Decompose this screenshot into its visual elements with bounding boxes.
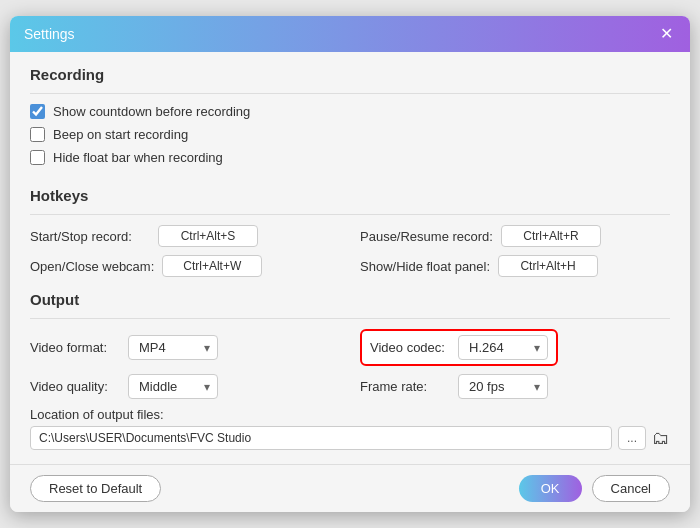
open-close-webcam-row: Open/Close webcam: bbox=[30, 255, 340, 277]
gap2 bbox=[30, 277, 670, 291]
start-stop-input[interactable] bbox=[158, 225, 258, 247]
output-grid: Video format: MP4 MOV AVI WMV MKV Video … bbox=[30, 329, 670, 399]
frame-rate-row: Frame rate: 10 fps 15 fps 20 fps 24 fps … bbox=[360, 374, 670, 399]
dialog-footer: Reset to Default OK Cancel bbox=[10, 464, 690, 512]
show-countdown-label: Show countdown before recording bbox=[53, 104, 250, 119]
hotkeys-grid: Start/Stop record: Pause/Resume record: … bbox=[30, 225, 670, 277]
video-format-label: Video format: bbox=[30, 340, 120, 355]
show-hide-float-row: Show/Hide float panel: bbox=[360, 255, 670, 277]
video-codec-label: Video codec: bbox=[370, 340, 450, 355]
video-quality-select[interactable]: Low Middle High bbox=[128, 374, 218, 399]
video-format-row: Video format: MP4 MOV AVI WMV MKV bbox=[30, 329, 340, 366]
frame-rate-select[interactable]: 10 fps 15 fps 20 fps 24 fps 30 fps 60 fp… bbox=[458, 374, 548, 399]
close-button[interactable]: ✕ bbox=[656, 24, 676, 44]
beep-on-start-label: Beep on start recording bbox=[53, 127, 188, 142]
location-row: Location of output files: ... 🗂 bbox=[30, 407, 670, 450]
browse-dots-button[interactable]: ... bbox=[618, 426, 646, 450]
video-format-select-wrapper: MP4 MOV AVI WMV MKV bbox=[128, 335, 218, 360]
hotkeys-divider bbox=[30, 214, 670, 215]
dialog-title: Settings bbox=[24, 26, 75, 42]
video-codec-highlight: Video codec: H.264 H.265 MPEG-4 bbox=[360, 329, 558, 366]
location-label: Location of output files: bbox=[30, 407, 670, 422]
pause-resume-row: Pause/Resume record: bbox=[360, 225, 670, 247]
show-hide-float-input[interactable] bbox=[498, 255, 598, 277]
folder-icon: 🗂 bbox=[652, 428, 670, 448]
footer-right-buttons: OK Cancel bbox=[519, 475, 670, 502]
video-codec-select-wrapper: H.264 H.265 MPEG-4 bbox=[458, 335, 548, 360]
open-close-webcam-input[interactable] bbox=[162, 255, 262, 277]
pause-resume-input[interactable] bbox=[501, 225, 601, 247]
ok-button[interactable]: OK bbox=[519, 475, 582, 502]
title-bar: Settings ✕ bbox=[10, 16, 690, 52]
beep-on-start-row: Beep on start recording bbox=[30, 127, 670, 142]
video-quality-label: Video quality: bbox=[30, 379, 120, 394]
frame-rate-label: Frame rate: bbox=[360, 379, 450, 394]
video-codec-select[interactable]: H.264 H.265 MPEG-4 bbox=[458, 335, 548, 360]
open-folder-button[interactable]: 🗂 bbox=[652, 428, 670, 449]
beep-on-start-checkbox[interactable] bbox=[30, 127, 45, 142]
reset-to-default-button[interactable]: Reset to Default bbox=[30, 475, 161, 502]
video-quality-row: Video quality: Low Middle High bbox=[30, 374, 340, 399]
recording-divider bbox=[30, 93, 670, 94]
open-close-webcam-label: Open/Close webcam: bbox=[30, 259, 154, 274]
dialog-content: Recording Show countdown before recordin… bbox=[10, 52, 690, 464]
cancel-button[interactable]: Cancel bbox=[592, 475, 670, 502]
hide-float-bar-row: Hide float bar when recording bbox=[30, 150, 670, 165]
pause-resume-label: Pause/Resume record: bbox=[360, 229, 493, 244]
show-countdown-checkbox[interactable] bbox=[30, 104, 45, 119]
hide-float-bar-checkbox[interactable] bbox=[30, 150, 45, 165]
gap1 bbox=[30, 173, 670, 187]
output-section-title: Output bbox=[30, 291, 670, 308]
start-stop-label: Start/Stop record: bbox=[30, 229, 150, 244]
start-stop-row: Start/Stop record: bbox=[30, 225, 340, 247]
hide-float-bar-label: Hide float bar when recording bbox=[53, 150, 223, 165]
video-codec-row: Video codec: H.264 H.265 MPEG-4 bbox=[360, 329, 670, 366]
settings-dialog: Settings ✕ Recording Show countdown befo… bbox=[10, 16, 690, 512]
location-input-row: ... 🗂 bbox=[30, 426, 670, 450]
output-divider bbox=[30, 318, 670, 319]
video-format-select[interactable]: MP4 MOV AVI WMV MKV bbox=[128, 335, 218, 360]
video-quality-select-wrapper: Low Middle High bbox=[128, 374, 218, 399]
show-countdown-row: Show countdown before recording bbox=[30, 104, 670, 119]
hotkeys-section-title: Hotkeys bbox=[30, 187, 670, 204]
recording-section-title: Recording bbox=[30, 66, 670, 83]
location-input[interactable] bbox=[30, 426, 612, 450]
frame-rate-select-wrapper: 10 fps 15 fps 20 fps 24 fps 30 fps 60 fp… bbox=[458, 374, 548, 399]
show-hide-float-label: Show/Hide float panel: bbox=[360, 259, 490, 274]
